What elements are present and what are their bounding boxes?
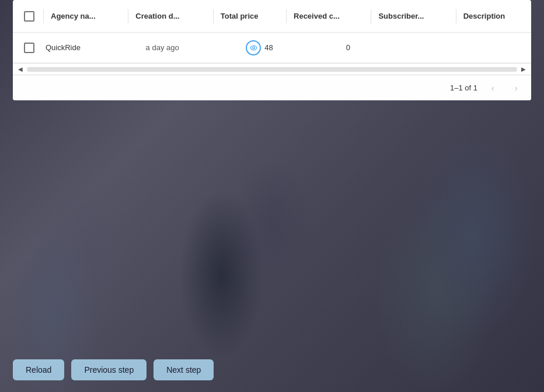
pagination-prev-button[interactable]: ‹ [484,80,501,96]
cell-received: 48 [241,40,341,55]
column-header-subscriber: Subscriber... [374,12,453,20]
pagination-range: 1–1 of 1 [450,83,477,92]
cell-received-value: 48 [264,43,273,52]
column-header-agency: Agency na... [46,12,125,20]
horizontal-scrollbar[interactable]: ◀ ▶ [13,63,531,75]
divider-3 [213,9,214,23]
bottom-action-buttons: Reload Previous step Next step [13,359,214,380]
row-checkbox-cell [18,43,41,53]
column-header-total-price: Total price [216,12,284,20]
scroll-right-arrow[interactable]: ▶ [518,64,529,75]
column-header-creation: Creation d... [131,12,210,20]
table-header: Agency na... Creation d... Total price R… [13,0,531,33]
header-checkbox-cell [18,11,41,22]
cell-subscriber: 0 [341,43,442,52]
cell-creation: a day ago [141,43,242,52]
pagination-bar: 1–1 of 1 ‹ › [13,75,531,100]
table-row: QuickRide a day ago 48 0 [13,33,531,63]
table-container: Agency na... Creation d... Total price R… [13,0,531,100]
main-container: Agency na... Creation d... Total price R… [0,0,544,392]
pagination-next-button[interactable]: › [508,80,524,96]
eye-icon[interactable] [246,40,261,55]
column-header-received-c: Received c... [289,12,368,20]
divider-6 [456,9,456,23]
divider-2 [128,9,128,23]
select-all-checkbox[interactable] [24,11,34,22]
next-step-button[interactable]: Next step [154,359,214,380]
cell-agency: QuickRide [41,43,141,52]
scroll-left-arrow[interactable]: ◀ [15,64,26,75]
divider-5 [371,9,371,23]
scroll-track[interactable] [27,67,517,72]
column-header-description: Description [459,12,526,20]
divider-4 [286,9,287,23]
svg-point-0 [252,47,254,49]
divider-1 [43,9,44,23]
reload-button[interactable]: Reload [13,359,64,380]
previous-step-button[interactable]: Previous step [71,359,147,380]
row-select-checkbox[interactable] [24,43,34,53]
